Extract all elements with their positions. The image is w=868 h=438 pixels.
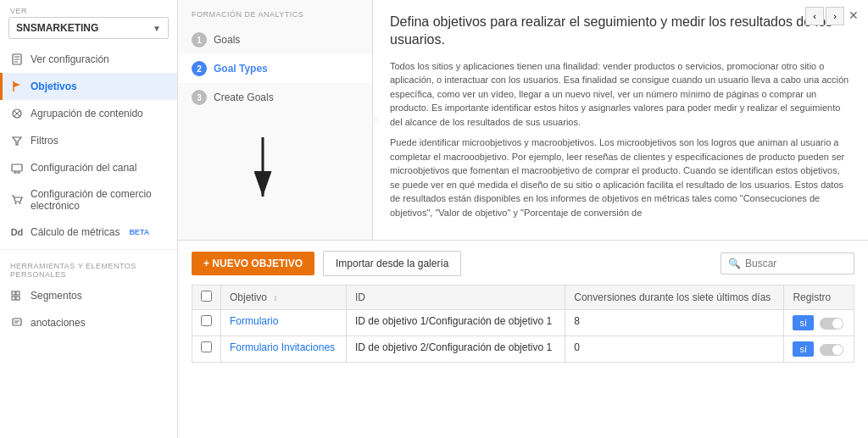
row1-checkbox-cell	[192, 310, 221, 336]
sidebar-label-canal: Configuración del canal	[31, 162, 136, 174]
row1-id: ID de objetivo 1/Configuración de objeti…	[346, 310, 565, 336]
select-all-checkbox[interactable]	[201, 291, 212, 302]
row2-registro: sí	[784, 336, 854, 363]
table-row: Formulario Invitaciones ID de objetivo 2…	[192, 336, 854, 363]
puzzle-icon	[10, 107, 24, 120]
cart-icon	[10, 193, 24, 207]
tutorial-section-label: FORMACIÓN DE ANALYTICS	[178, 10, 372, 25]
tutorial-panel-arrow	[373, 114, 380, 127]
sidebar-label-filtros: Filtros	[31, 135, 58, 147]
header-id: ID	[346, 286, 565, 310]
tutorial-next-button[interactable]: ›	[826, 7, 844, 25]
tutorial-navigation: ‹ ›	[805, 7, 844, 25]
header-checkbox	[192, 286, 221, 310]
tutorial-title: Defina objetivos para realizar el seguim…	[390, 14, 851, 49]
notes-icon	[10, 316, 24, 330]
account-name: SNSMARKETING	[16, 22, 98, 34]
sidebar-item-anotaciones[interactable]: anotaciones	[0, 309, 177, 336]
beta-badge: BETA	[129, 228, 149, 236]
tutorial-step-goals[interactable]: 1 Goals	[178, 25, 372, 54]
channel-icon	[10, 161, 24, 175]
row2-toggle-slider[interactable]	[820, 344, 843, 356]
tutorial-step-create-goals[interactable]: 3 Create Goals	[178, 83, 372, 112]
step-label-goal-types: Goal Types	[214, 63, 268, 75]
tutorial-step-goal-types[interactable]: 2 Goal Types	[178, 54, 372, 83]
step-num-2: 2	[192, 61, 207, 76]
tutorial-panel: FORMACIÓN DE ANALYTICS 1 Goals 2 Goal Ty…	[178, 0, 868, 241]
sidebar-label-objetivos: Objetivos	[31, 80, 77, 92]
sidebar: VER SNSMARKETING ▼ Ver configuración Obj…	[0, 0, 178, 438]
tutorial-content: Defina objetivos para realizar el seguim…	[373, 0, 868, 240]
sidebar-item-ver-config[interactable]: Ver configuración	[0, 46, 177, 73]
row2-checkbox-cell	[192, 336, 221, 363]
doc-icon	[10, 53, 24, 66]
sidebar-item-metricas[interactable]: Dd Cálculo de métricas BETA	[0, 219, 177, 246]
sidebar-label-metricas: Cálculo de métricas	[31, 226, 120, 238]
step-num-1: 1	[192, 32, 207, 47]
svg-point-14	[19, 202, 21, 204]
row1-toggle-slider[interactable]	[820, 318, 843, 330]
new-goal-button[interactable]: + NUEVO OBJETIVO	[192, 252, 314, 275]
sidebar-item-canal[interactable]: Configuración del canal	[0, 154, 177, 181]
header-objetivo: Objetivo ↕	[221, 286, 347, 310]
search-box[interactable]: 🔍	[721, 252, 854, 274]
svg-rect-18	[16, 297, 19, 300]
header-conversiones: Conversiones durante los siete últimos d…	[565, 286, 784, 310]
row2-toggle-on-button[interactable]: sí	[793, 341, 814, 357]
flag-icon	[10, 80, 24, 93]
sort-icon: ↕	[273, 293, 277, 302]
svg-marker-8	[13, 137, 21, 145]
dropdown-arrow-icon: ▼	[153, 24, 161, 33]
big-arrow-icon	[229, 137, 297, 222]
goals-table: Objetivo ↕ ID Conversiones durante los s…	[192, 285, 854, 363]
row1-goal-link[interactable]: Formulario	[230, 315, 278, 327]
svg-rect-9	[12, 164, 22, 171]
sidebar-item-segmentos[interactable]: Segmentos	[0, 282, 177, 309]
tutorial-prev-button[interactable]: ‹	[805, 7, 824, 25]
sidebar-label-anotaciones: anotaciones	[31, 317, 86, 329]
filter-icon	[10, 134, 24, 147]
svg-rect-17	[12, 297, 15, 300]
search-icon: 🔍	[728, 258, 741, 269]
sidebar-ver-label: VER	[0, 0, 177, 17]
tutorial-paragraph-1: Todos los sitios y aplicaciones tienen u…	[390, 59, 851, 130]
sidebar-item-filtros[interactable]: Filtros	[0, 127, 177, 154]
goals-toolbar: + NUEVO OBJETIVO Importar desde la galer…	[192, 251, 854, 276]
table-header-row: Objetivo ↕ ID Conversiones durante los s…	[192, 286, 854, 310]
tutorial-steps: FORMACIÓN DE ANALYTICS 1 Goals 2 Goal Ty…	[178, 0, 373, 240]
row1-registro: sí	[784, 310, 854, 336]
dd-icon: Dd	[10, 225, 24, 239]
svg-rect-19	[13, 319, 21, 325]
sidebar-item-ecommerce[interactable]: Configuración de comercio electrónico	[0, 181, 177, 219]
step-label-create-goals: Create Goals	[214, 91, 274, 103]
row1-toggle-on-button[interactable]: sí	[793, 315, 814, 330]
tutorial-close-button[interactable]: ✕	[844, 7, 863, 24]
row2-conversiones: 0	[565, 336, 784, 363]
sidebar-navigation: Ver configuración Objetivos Agrupación d…	[0, 46, 177, 438]
tools-section-title: HERRAMIENTAS Y ELEMENTOS PERSONALES	[0, 253, 177, 282]
row2-checkbox[interactable]	[201, 341, 212, 352]
goals-area: + NUEVO OBJETIVO Importar desde la galer…	[178, 241, 868, 438]
row2-goal-link[interactable]: Formulario Invitaciones	[230, 341, 335, 353]
account-dropdown[interactable]: SNSMARKETING ▼	[8, 17, 169, 39]
sidebar-label-ecommerce: Configuración de comercio electrónico	[31, 188, 167, 212]
sidebar-label-agrupacion: Agrupación de contenido	[31, 108, 143, 119]
sidebar-label-segmentos: Segmentos	[31, 290, 82, 302]
svg-rect-16	[16, 291, 19, 295]
row2-objetivo: Formulario Invitaciones	[221, 336, 347, 363]
import-button[interactable]: Importar desde la galería	[323, 251, 461, 276]
row1-checkbox[interactable]	[201, 315, 212, 326]
header-registro: Registro	[784, 286, 854, 310]
sidebar-label-ver-config: Ver configuración	[31, 53, 109, 65]
main-content: FORMACIÓN DE ANALYTICS 1 Goals 2 Goal Ty…	[178, 0, 868, 438]
search-input[interactable]	[745, 258, 847, 269]
row2-id: ID de objetivo 2/Configuración de objeti…	[346, 336, 565, 363]
step-num-3: 3	[192, 90, 207, 105]
sidebar-item-agrupacion[interactable]: Agrupación de contenido	[0, 100, 177, 127]
svg-point-13	[15, 202, 17, 204]
step-label-goals: Goals	[214, 34, 240, 46]
row1-conversiones: 8	[565, 310, 784, 336]
sidebar-item-objetivos[interactable]: Objetivos	[0, 73, 177, 100]
segments-icon	[10, 289, 24, 302]
row1-objetivo: Formulario	[221, 310, 347, 336]
